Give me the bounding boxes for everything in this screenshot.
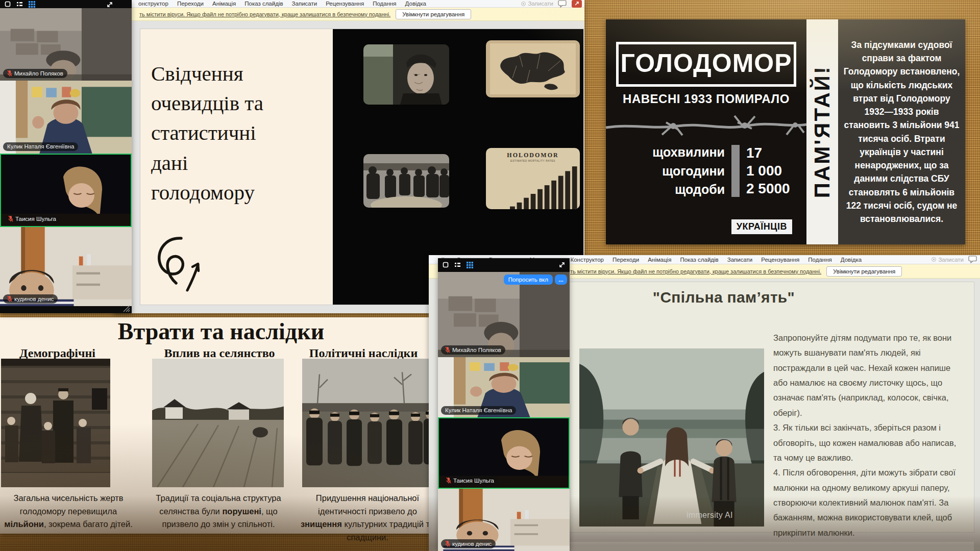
- losses-title: Втрати та наслідки: [0, 318, 442, 345]
- share-button[interactable]: [572, 0, 582, 8]
- mic-muted-icon: [7, 70, 12, 77]
- barbed-wire-icon: [606, 107, 806, 144]
- curl-arrow-doodle: [152, 233, 209, 295]
- poster-subtitle: НАВЕСНІ 1933 ПОМИРАЛО: [606, 92, 806, 106]
- stat-value: 1 000: [746, 163, 801, 179]
- menu-item-design[interactable]: Конструктор: [570, 257, 604, 263]
- enable-editing-button[interactable]: Увімкнути редагування: [396, 9, 471, 19]
- share-icon: [574, 1, 579, 6]
- comments-button[interactable]: [558, 0, 567, 8]
- caption-peasantry: Традиції та соціальна структура селянств…: [150, 492, 287, 531]
- ask-to-unmute-button[interactable]: Попросить вкл: [504, 274, 553, 285]
- photo-men-group: [302, 359, 437, 487]
- record-button[interactable]: Записати: [932, 257, 964, 263]
- caption-demographic: Загальна чисельність жертв голодомору пе…: [0, 492, 137, 531]
- call2-titlebar: [438, 258, 570, 271]
- call-window-2: Попросить вкл ... Михайло Поляков: [438, 258, 570, 551]
- gallery-view-icon[interactable]: [29, 1, 35, 8]
- minimize-view-icon[interactable]: [443, 262, 449, 268]
- record-button[interactable]: Записати: [521, 1, 553, 7]
- participant-label: кудинов денис: [441, 539, 496, 548]
- photo-family: [1, 359, 110, 487]
- mic-muted-icon: [445, 346, 450, 353]
- enable-editing-button[interactable]: Увімкнути редагування: [826, 266, 902, 277]
- memorial-strip: ПАМ'ЯТАЙ!: [806, 19, 838, 244]
- stat-value: 2 5000: [746, 181, 801, 197]
- participant-label: Кулик Наталя Євгеніївна: [3, 142, 78, 151]
- expand-icon[interactable]: [106, 1, 113, 8]
- protected-view-message[interactable]: ть містити віруси. Якщо файл не потрібно…: [139, 11, 390, 17]
- menu-item-view[interactable]: Подання: [808, 257, 831, 263]
- participant-label: Михайло Поляков: [3, 69, 67, 78]
- minimize-view-icon[interactable]: [5, 1, 11, 7]
- comments-button[interactable]: [968, 256, 977, 263]
- record-icon: [932, 257, 936, 262]
- video-tile-kudynov[interactable]: кудинов денис: [438, 489, 570, 551]
- stat-label: щодоби: [652, 182, 725, 197]
- menu-item-record[interactable]: Записати: [292, 1, 317, 7]
- video-tile-mykhailo[interactable]: Михайло Поляков: [438, 272, 570, 357]
- speaker-view-icon[interactable]: [16, 1, 23, 7]
- holodomor-poster-slide: ГОЛОДОМОР НАВЕСНІ 1933 ПОМИРАЛО щохвилин…: [606, 19, 965, 244]
- photo-village: [152, 359, 284, 487]
- menu-item-animation[interactable]: Анімація: [648, 257, 671, 263]
- ppt1-menubar: онструктор Переходи Анімація Показ слайд…: [113, 0, 584, 8]
- poster-statistics: щохвилини щогодини щодоби 17 1 000 2 500…: [606, 145, 806, 197]
- holodomor-body-text: За підсумками судової справи за фактом Г…: [838, 19, 965, 244]
- stat-label: щогодини: [652, 164, 725, 179]
- menu-item-slideshow[interactable]: Показ слайдів: [680, 257, 718, 263]
- record-icon: [521, 2, 526, 6]
- menu-item-animation[interactable]: Анімація: [212, 1, 236, 7]
- poster-footer-badge: УКРАЇНЦІВ: [731, 219, 792, 234]
- mic-muted-icon: [7, 295, 12, 302]
- more-options-button[interactable]: ...: [555, 274, 567, 285]
- menu-item-slideshow[interactable]: Показ слайдів: [244, 1, 283, 7]
- menu-item-help[interactable]: Довідка: [405, 1, 426, 7]
- video-tile-kulyk[interactable]: Кулик Наталя Євгеніївна: [438, 357, 570, 417]
- video-tile-kulyk[interactable]: Кулик Наталя Євгеніївна: [0, 81, 132, 154]
- watermark: immersity AI: [687, 511, 733, 520]
- menu-item-review[interactable]: Рецензування: [326, 1, 364, 7]
- call1-titlebar: [0, 0, 132, 8]
- menu-item-constructor[interactable]: онструктор: [138, 1, 168, 7]
- photo-ukraine-map: [486, 40, 580, 97]
- poster-title: ГОЛОДОМОР: [620, 49, 792, 78]
- slide-title: Свідчення очевидців та статистичні дані …: [151, 59, 294, 207]
- gallery-view-icon[interactable]: [467, 262, 473, 268]
- video-tile-taisiia[interactable]: Таисия Шульга: [0, 154, 132, 227]
- desktop: онструктор Переходи Анімація Показ слайд…: [0, 0, 980, 551]
- photo-old-man: [363, 44, 449, 105]
- mic-muted-icon: [446, 477, 451, 484]
- holodomor-poster: ГОЛОДОМОР НАВЕСНІ 1933 ПОМИРАЛО щохвилин…: [606, 19, 806, 244]
- photo-children: immersity AI: [579, 348, 764, 527]
- stat-value: 17: [746, 145, 801, 161]
- stat-label: щохвилини: [652, 145, 725, 160]
- menu-item-transitions[interactable]: Переходи: [612, 257, 639, 263]
- stat-divider: [731, 145, 740, 197]
- participant-label: Михайло Поляков: [441, 345, 505, 355]
- menu-item-transitions[interactable]: Переходи: [177, 1, 204, 7]
- poster-title-box: ГОЛОДОМОР: [616, 42, 796, 87]
- protected-view-message[interactable]: ть містити віруси. Якщо файл не потрібно…: [570, 268, 821, 274]
- comment-icon: [558, 0, 567, 8]
- chart-photo-subtitle: ESTIMATED MORTALITY RATES: [486, 159, 580, 162]
- photo-mortality-chart: HOLODOMOR ESTIMATED MORTALITY RATES: [486, 148, 580, 209]
- video-tile-kudynov[interactable]: кудинов денис: [0, 227, 132, 306]
- participant-label: Таисия Шульга: [442, 476, 498, 485]
- participant-label: кудинов денис: [3, 294, 58, 304]
- menu-item-view[interactable]: Подання: [373, 1, 396, 7]
- expand-icon[interactable]: [558, 261, 566, 268]
- chart-photo-title: HOLODOMOR: [486, 152, 580, 159]
- menu-item-review[interactable]: Рецензування: [761, 257, 799, 263]
- menu-item-help[interactable]: Довідка: [841, 257, 862, 263]
- speaker-view-icon[interactable]: [454, 262, 461, 268]
- video-tile-taisiia[interactable]: Таисия Шульга: [438, 417, 570, 489]
- slide-body-text: Запропонуйте дітям подумати про те, як в…: [773, 331, 966, 551]
- menu-item-record[interactable]: Записати: [727, 257, 753, 263]
- column-heading-peasantry: Вплив на селянство: [153, 346, 286, 360]
- protected-view-bar: ть містити віруси. Якщо файл не потрібно…: [113, 8, 584, 21]
- caption-political: Придушення національної ідентичності при…: [298, 492, 437, 544]
- video-tile-mykhailo[interactable]: Михайло Поляков: [0, 8, 132, 81]
- comment-icon: [968, 256, 977, 263]
- resize-handle[interactable]: [122, 305, 130, 312]
